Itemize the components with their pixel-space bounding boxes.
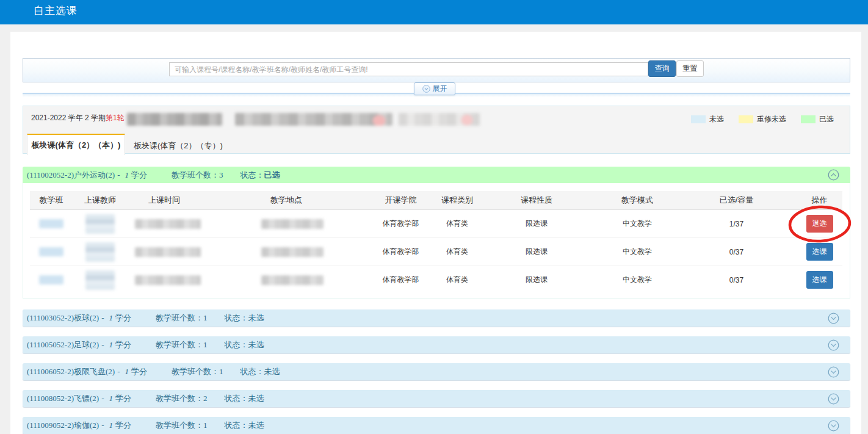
cell-nature: 限选课	[485, 210, 588, 238]
course-status: 状态：未选	[241, 366, 280, 377]
cell-class	[30, 210, 73, 238]
expand-tab[interactable]: 展开	[414, 82, 455, 95]
legend-item-selected: 已选	[801, 114, 834, 125]
course-status: 状态：已选	[241, 170, 280, 181]
legend-label-unselected: 未选	[709, 114, 724, 125]
legend-swatch-unselected	[691, 115, 706, 123]
course-credits: 1	[109, 313, 114, 323]
table-row: 体育教学部 体育类 限选课 中文教学 0/37 选课	[30, 238, 842, 266]
withdraw-button[interactable]: 退选	[806, 215, 833, 233]
course-section-header[interactable]: (111005052-2)足球(2)-1学分 教学班个数：1 状态：未选	[23, 336, 850, 353]
course-name: 板球(2)	[74, 313, 99, 324]
collapse-icon[interactable]	[828, 169, 839, 181]
course-status: 状态：未选	[225, 420, 264, 431]
expand-icon[interactable]	[828, 393, 839, 405]
course-section-header[interactable]: (111008052-2)飞镖(2)-1学分 教学班个数：2 状态：未选	[23, 390, 850, 407]
course-section-header[interactable]: (111009052-2)瑜伽(2)-1学分 教学班个数：1 状态：未选	[23, 417, 850, 434]
redacted-student-info-1	[127, 113, 222, 126]
redacted-class-name	[39, 219, 63, 228]
redacted-teacher-name	[85, 270, 115, 290]
expand-icon[interactable]	[828, 366, 839, 378]
course-section-header[interactable]: (111003052-2)板球(2)-1学分 教学班个数：1 状态：未选	[23, 309, 850, 327]
course-name: 户外运动(2)	[74, 170, 115, 181]
semester-text: 2021-2022 学年 2 学期	[31, 114, 106, 122]
cell-category: 体育类	[430, 266, 485, 294]
table-header-row: 教学班 上课教师 上课时间 教学地点 开课学院 课程类别 课程性质 教学模式 已…	[30, 191, 842, 210]
course-table: 教学班 上课教师 上课时间 教学地点 开课学院 课程类别 课程性质 教学模式 已…	[30, 191, 842, 294]
course-code: (111002052-2)	[27, 170, 74, 180]
expand-icon[interactable]	[828, 313, 839, 324]
course-section-header[interactable]: (111006052-2)极限飞盘(2)-1学分 教学班个数：1 状态：未选	[23, 363, 850, 380]
class-count: 教学班个数：1	[156, 339, 208, 350]
col-header-teacher: 上课教师	[73, 191, 128, 210]
expand-icon[interactable]	[828, 339, 839, 351]
tab-block-course-zhuan[interactable]: 板块课(体育（2）（专）)	[125, 137, 231, 155]
tab-block-course-ben[interactable]: 板块课(体育（2）（本）)	[27, 134, 125, 155]
legend-swatch-retake-unselected	[739, 115, 753, 123]
semester-info-panel: 2021-2022 学年 2 学期第1轮 未选 重修未选 已选 板块课(体育（2…	[23, 106, 850, 154]
course-tabs: 板块课(体育（2）（本）) 板块课(体育（2）（专）)	[27, 134, 231, 155]
course-credits: 1	[109, 340, 114, 350]
course-name: 飞镖(2)	[74, 393, 99, 404]
col-header-time: 上课时间	[128, 191, 201, 210]
legend-label-selected: 已选	[819, 114, 834, 125]
expand-icon[interactable]	[828, 420, 839, 432]
table-row: 体育教学部 体育类 限选课 中文教学 0/37 选课	[30, 266, 842, 294]
class-count: 教学班个数：1	[172, 366, 223, 377]
course-section-body: 教学班 上课教师 上课时间 教学地点 开课学院 课程类别 课程性质 教学模式 已…	[23, 183, 850, 298]
cell-place	[201, 238, 372, 266]
round-badge: 第1轮	[106, 114, 125, 122]
course-status: 状态：未选	[225, 313, 264, 324]
course-section-expanded: (111002052-2)户外运动(2)-1学分 教学班个数：3 状态：已选 教…	[23, 167, 850, 298]
course-credits: 1	[125, 170, 129, 180]
redacted-class-time	[135, 275, 201, 285]
course-code: (111009052-2)	[27, 421, 74, 430]
cell-place	[201, 266, 372, 294]
redacted-class-place	[261, 219, 324, 229]
search-panel: 查询 重置	[23, 58, 850, 82]
dash: -	[117, 170, 120, 180]
expand-strip: 展开	[23, 93, 850, 97]
cell-category: 体育类	[430, 210, 485, 238]
cell-teacher	[73, 210, 128, 238]
cell-college: 体育教学部	[372, 210, 430, 238]
cell-time	[128, 266, 201, 294]
select-button[interactable]: 选课	[806, 243, 833, 261]
credits-suffix: 学分	[131, 170, 147, 181]
col-header-college: 开课学院	[372, 191, 430, 210]
search-input[interactable]	[169, 62, 648, 76]
redacted-student-info-3	[399, 113, 480, 126]
cell-category: 体育类	[430, 238, 485, 266]
cell-capacity: 1/37	[686, 210, 787, 238]
page-title: 自主选课	[0, 0, 868, 16]
query-button[interactable]: 查询	[648, 60, 676, 77]
cell-mode: 中文教学	[588, 238, 686, 266]
cell-college: 体育教学部	[372, 266, 430, 294]
redacted-class-name	[39, 247, 63, 256]
redacted-class-place	[261, 247, 324, 257]
table-row: 体育教学部 体育类 限选课 中文教学 1/37 退选	[30, 210, 842, 238]
cell-action: 退选	[787, 210, 842, 238]
course-credits: 1	[109, 394, 114, 403]
col-header-capacity: 已选/容量	[686, 191, 787, 210]
course-status: 状态：未选	[225, 339, 264, 350]
cell-capacity: 0/37	[686, 266, 787, 294]
course-name: 足球(2)	[74, 339, 99, 350]
cell-place	[201, 210, 372, 238]
cell-class	[30, 238, 73, 266]
legend-label-retake-unselected: 重修未选	[757, 114, 786, 125]
cell-capacity: 0/37	[686, 238, 787, 266]
select-button[interactable]: 选课	[806, 271, 833, 289]
course-code: (111008052-2)	[27, 394, 74, 403]
redacted-teacher-name	[85, 214, 115, 234]
app-header: 自主选课	[0, 0, 868, 24]
cell-mode: 中文教学	[588, 266, 686, 294]
redacted-class-time	[135, 247, 201, 257]
col-header-category: 课程类别	[430, 191, 485, 210]
course-status: 状态：未选	[225, 393, 264, 404]
course-section-header[interactable]: (111002052-2)户外运动(2)-1学分 教学班个数：3 状态：已选	[23, 167, 850, 183]
legend-item-retake-unselected: 重修未选	[739, 114, 786, 125]
course-name: 瑜伽(2)	[74, 420, 99, 431]
col-header-class: 教学班	[30, 191, 73, 210]
reset-button[interactable]: 重置	[676, 60, 704, 77]
